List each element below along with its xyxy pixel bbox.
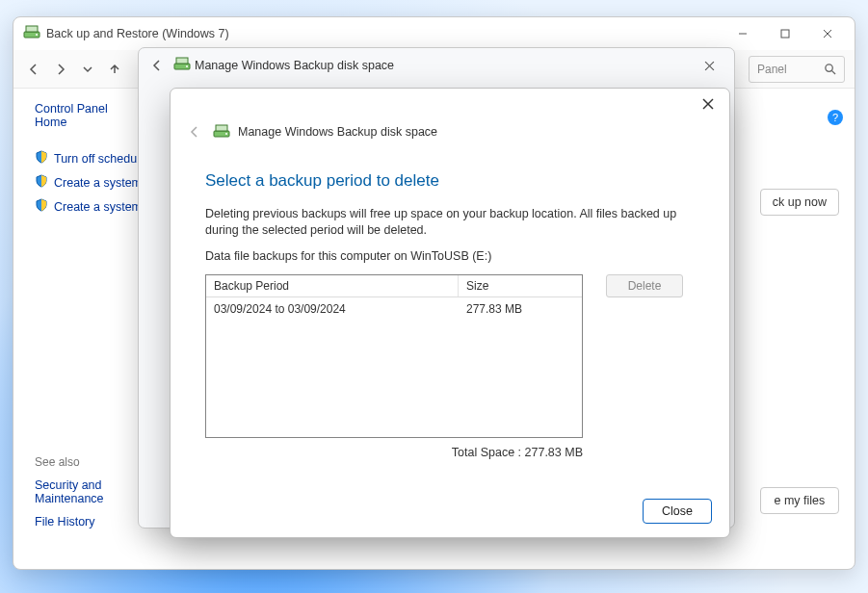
shield-icon [35, 174, 48, 191]
column-size: Size [459, 275, 582, 296]
window-title: Manage Windows Backup disk space [195, 59, 394, 72]
security-and-maintenance-link[interactable]: Security and Maintenance [35, 478, 139, 505]
svg-line-8 [831, 70, 835, 74]
nav-back-button[interactable] [23, 59, 44, 80]
dialog-titlebar [171, 89, 729, 119]
turn-off-schedule-link[interactable]: Turn off schedule [35, 150, 139, 167]
drive-icon [173, 56, 191, 75]
svg-rect-4 [781, 30, 789, 38]
close-button[interactable] [806, 20, 849, 47]
nav-back-button[interactable] [146, 55, 168, 76]
close-button[interactable] [692, 52, 726, 79]
minimize-button[interactable] [722, 20, 764, 47]
nav-history-dropdown[interactable] [77, 59, 98, 80]
dialog-header: Manage Windows Backup disk space [171, 119, 729, 142]
delete-button[interactable]: Delete [606, 274, 683, 297]
window-system-buttons [722, 20, 849, 47]
shield-icon [35, 198, 48, 215]
back-up-now-button[interactable]: ck up now [760, 189, 839, 216]
file-history-link[interactable]: File History [35, 515, 139, 529]
left-nav-pane: Control Panel Home Turn off schedule Cre… [13, 89, 146, 561]
svg-rect-17 [216, 125, 227, 131]
maximize-button[interactable] [764, 20, 806, 47]
list-item[interactable]: 03/09/2024 to 03/09/2024 277.83 MB [206, 297, 582, 321]
close-dialog-button[interactable]: Close [643, 499, 712, 524]
svg-rect-10 [176, 58, 188, 64]
total-space-label: Total Space : 277.83 MB [205, 446, 583, 459]
create-system-image-link[interactable]: Create a system image [35, 174, 139, 191]
select-backup-period-dialog: Manage Windows Backup disk space Select … [170, 88, 730, 538]
cell-size: 277.83 MB [459, 297, 582, 321]
help-icon[interactable]: ? [828, 110, 843, 125]
control-panel-home-link[interactable]: Control Panel Home [35, 102, 139, 129]
see-also-label: See also [35, 455, 139, 469]
right-fragment-buttons: ck up now e my files [760, 189, 839, 514]
titlebar: Manage Windows Backup disk space [139, 48, 734, 83]
dialog-footer: Close [171, 489, 729, 537]
search-input[interactable]: Panel [749, 56, 845, 83]
restore-my-files-button[interactable]: e my files [760, 487, 839, 514]
svg-point-2 [36, 34, 38, 36]
svg-rect-1 [26, 26, 38, 32]
drive-icon [23, 24, 40, 43]
list-header: Backup Period Size [206, 275, 582, 297]
create-system-repair-link[interactable]: Create a system repair disc [35, 198, 139, 215]
backup-period-list[interactable]: Backup Period Size 03/09/2024 to 03/09/2… [205, 274, 583, 438]
search-placeholder: Panel [757, 63, 787, 76]
dialog-title: Manage Windows Backup disk space [238, 125, 437, 139]
dialog-heading: Select a backup period to delete [205, 171, 695, 191]
nav-forward-button[interactable] [50, 59, 71, 80]
dialog-description: Deleting previous backups will free up s… [205, 206, 695, 239]
backup-source-line: Data file backups for this computer on W… [205, 248, 695, 265]
column-backup-period: Backup Period [206, 275, 459, 296]
close-button[interactable] [693, 91, 723, 116]
shield-icon [35, 150, 48, 167]
svg-point-18 [225, 133, 227, 135]
svg-point-11 [186, 65, 188, 67]
cell-period: 03/09/2024 to 03/09/2024 [206, 297, 459, 321]
nav-back-button[interactable] [184, 121, 205, 142]
svg-point-7 [826, 64, 832, 71]
drive-icon [213, 123, 230, 142]
nav-up-button[interactable] [104, 59, 125, 80]
window-title: Back up and Restore (Windows 7) [46, 27, 722, 40]
titlebar: Back up and Restore (Windows 7) [13, 17, 855, 50]
